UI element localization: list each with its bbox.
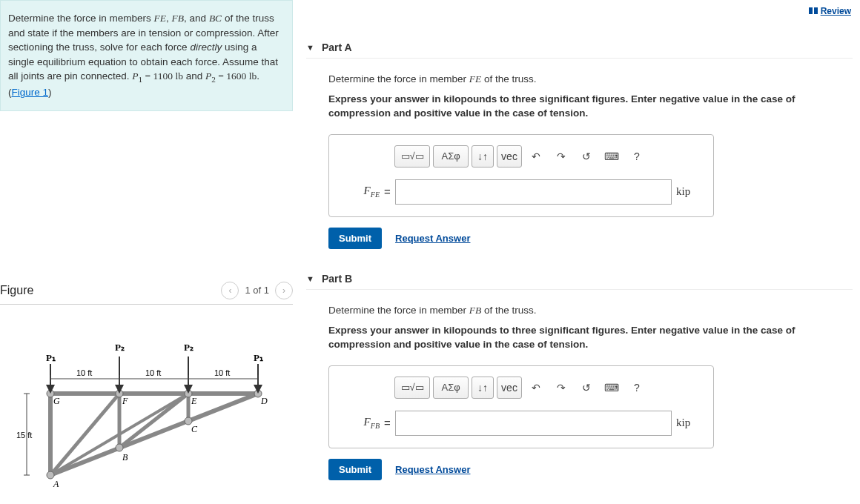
svg-text:P₁: P₁ (46, 352, 56, 363)
svg-text:G: G (53, 396, 60, 406)
vec-button[interactable]: vec (497, 145, 522, 168)
figure-title: Figure (0, 284, 33, 297)
svg-line-6 (119, 394, 188, 448)
problem-statement: Determine the force in members FE, FB, a… (0, 0, 293, 111)
template-button[interactable]: ▭√▭ (394, 145, 430, 168)
svg-text:E: E (191, 396, 197, 406)
part-a-answer-input[interactable] (395, 179, 672, 205)
help-button[interactable]: ? (626, 377, 648, 399)
greek-button[interactable]: ΑΣφ (433, 145, 469, 168)
svg-text:P₁: P₁ (254, 352, 263, 363)
svg-text:P₂: P₂ (115, 342, 125, 353)
svg-text:P₂: P₂ (184, 342, 194, 353)
part-a-hint: Express your answer in kilopounds to thr… (328, 93, 850, 121)
keyboard-button[interactable]: ⌨ (601, 145, 623, 168)
template-button[interactable]: ▭√▭ (394, 377, 430, 399)
svg-text:A: A (53, 479, 59, 489)
review-icon (809, 7, 818, 15)
help-button[interactable]: ? (626, 145, 648, 168)
part-b-header[interactable]: ▼ Part B (306, 273, 853, 290)
figure-next-button[interactable]: › (275, 282, 293, 299)
undo-button[interactable]: ↶ (525, 377, 547, 399)
figure-link[interactable]: Figure 1 (12, 87, 49, 98)
svg-text:10 ft: 10 ft (145, 368, 161, 377)
part-b-submit-button[interactable]: Submit (328, 459, 382, 480)
subsup-button[interactable]: ↓↑ (472, 377, 494, 399)
equals-sign: = (384, 185, 391, 198)
reset-button[interactable]: ↺ (575, 145, 598, 168)
part-b-hint: Express your answer in kilopounds to thr… (328, 324, 850, 352)
svg-line-1 (50, 394, 258, 475)
collapse-icon: ▼ (306, 274, 314, 283)
equals-sign: = (384, 417, 391, 429)
undo-button[interactable]: ↶ (525, 145, 547, 168)
unit-label: kip (676, 417, 700, 429)
part-b-answer-box: ▭√▭ ΑΣφ ↓↑ vec ↶ ↷ ↺ ⌨ ? FFB = ki (328, 365, 714, 448)
part-b-request-answer-link[interactable]: Request Answer (395, 464, 470, 475)
part-a-header[interactable]: ▼ Part A (306, 42, 853, 59)
var-label: FFB (343, 416, 380, 430)
review-link[interactable]: Review (809, 6, 851, 16)
var-label: FFE (343, 185, 380, 199)
svg-text:10 ft: 10 ft (76, 368, 92, 377)
figure-diagram: P₁ P₁ P₂ P₂ 10 ft 10 ft 10 ft 15 ft G F … (0, 334, 293, 500)
figure-prev-button[interactable]: ‹ (221, 282, 239, 299)
svg-text:D: D (260, 396, 268, 406)
part-b-answer-input[interactable] (395, 411, 672, 436)
part-a-submit-button[interactable]: Submit (328, 228, 382, 249)
svg-point-13 (116, 444, 123, 451)
svg-text:F: F (122, 396, 128, 406)
greek-button[interactable]: ΑΣφ (433, 377, 469, 399)
keyboard-button[interactable]: ⌨ (601, 377, 623, 399)
reset-button[interactable]: ↺ (575, 377, 598, 399)
collapse-icon: ▼ (306, 43, 314, 52)
part-a-question: Determine the force in member FE of the … (328, 73, 850, 85)
svg-text:B: B (122, 452, 128, 462)
figure-pager-text: 1 of 1 (245, 285, 269, 296)
svg-text:10 ft: 10 ft (214, 368, 230, 377)
part-a-request-answer-link[interactable]: Request Answer (395, 233, 470, 244)
redo-button[interactable]: ↷ (550, 377, 572, 399)
svg-text:C: C (191, 424, 198, 434)
subsup-button[interactable]: ↓↑ (472, 145, 494, 168)
part-b-question: Determine the force in member FB of the … (328, 305, 850, 316)
svg-text:15 ft: 15 ft (16, 431, 32, 440)
vec-button[interactable]: vec (497, 377, 522, 399)
unit-label: kip (676, 185, 700, 198)
part-a-answer-box: ▭√▭ ΑΣφ ↓↑ vec ↶ ↷ ↺ ⌨ ? FFE = ki (328, 134, 714, 217)
redo-button[interactable]: ↷ (550, 145, 572, 168)
svg-point-12 (47, 471, 54, 479)
